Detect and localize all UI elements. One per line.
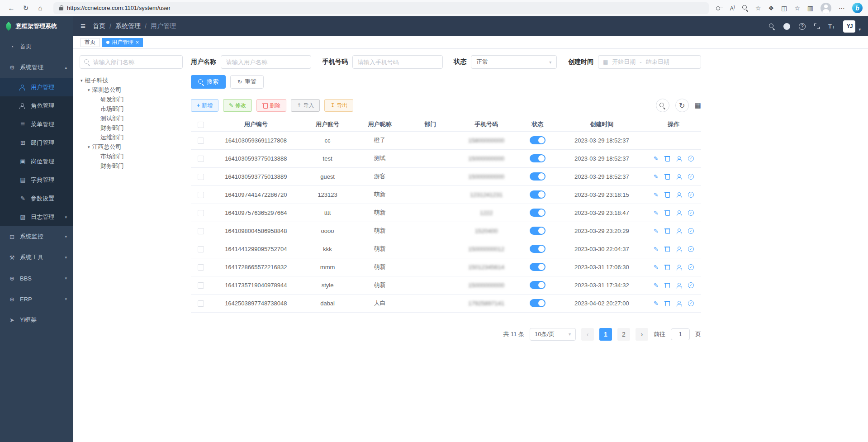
status-toggle[interactable] bbox=[530, 245, 545, 253]
assign-role-icon[interactable] bbox=[688, 264, 694, 270]
breadcrumb-item[interactable]: 系统管理 bbox=[115, 22, 141, 30]
edit-icon[interactable] bbox=[654, 246, 659, 252]
tree-node[interactable]: 橙子科技 bbox=[80, 76, 183, 85]
sidebar-item-system-management[interactable]: 系统管理 bbox=[0, 57, 73, 78]
browser-back-icon[interactable] bbox=[5, 2, 17, 14]
reset-password-icon[interactable] bbox=[676, 228, 682, 234]
password-key-icon[interactable] bbox=[716, 6, 723, 10]
import-button[interactable]: 导入 bbox=[291, 99, 320, 112]
sidebar-item-dictionary-management[interactable]: 字典管理 bbox=[0, 171, 73, 189]
address-bar[interactable]: https://ccnetcore.com:1101/system/user bbox=[53, 2, 709, 14]
caret-down-icon[interactable] bbox=[81, 78, 83, 83]
row-checkbox[interactable] bbox=[198, 210, 204, 216]
prev-page-button[interactable] bbox=[581, 328, 594, 341]
user-avatar[interactable]: YJ bbox=[843, 20, 855, 33]
row-checkbox[interactable] bbox=[198, 246, 204, 252]
refresh-table-button[interactable] bbox=[675, 99, 689, 112]
favorites-bar-icon[interactable] bbox=[794, 5, 800, 12]
status-toggle[interactable] bbox=[530, 136, 545, 144]
browser-refresh-icon[interactable] bbox=[20, 2, 32, 14]
reset-password-icon[interactable] bbox=[676, 301, 682, 306]
sidebar-item-yi-framework[interactable]: Yi框架 bbox=[0, 309, 73, 330]
toggle-search-button[interactable] bbox=[656, 99, 669, 112]
sidebar-item-log-management[interactable]: 日志管理 bbox=[0, 208, 73, 226]
delete-icon[interactable] bbox=[664, 228, 670, 234]
assign-role-icon[interactable] bbox=[688, 282, 694, 288]
date-range-picker[interactable]: 开始日期 - 结束日期 bbox=[598, 55, 701, 69]
assign-role-icon[interactable] bbox=[688, 156, 694, 162]
tag-home[interactable]: 首页 bbox=[81, 38, 100, 47]
status-toggle[interactable] bbox=[530, 172, 545, 181]
sidebar-item-system-tools[interactable]: 系统工具 bbox=[0, 247, 73, 268]
tag-user-management[interactable]: 用户管理 bbox=[102, 38, 143, 47]
read-aloud-icon[interactable] bbox=[730, 5, 735, 12]
status-toggle[interactable] bbox=[530, 299, 545, 307]
status-toggle[interactable] bbox=[530, 263, 545, 271]
sidebar-item-parameter-settings[interactable]: 参数设置 bbox=[0, 189, 73, 208]
close-icon[interactable] bbox=[136, 40, 139, 45]
status-toggle[interactable] bbox=[530, 190, 545, 199]
edit-icon[interactable] bbox=[654, 191, 659, 198]
fullscreen-icon[interactable] bbox=[814, 24, 820, 29]
edit-icon[interactable] bbox=[654, 209, 659, 216]
tree-node[interactable]: 运维部门 bbox=[80, 133, 183, 142]
delete-icon[interactable] bbox=[664, 210, 670, 216]
github-icon[interactable] bbox=[783, 23, 790, 30]
delete-icon[interactable] bbox=[664, 192, 670, 198]
sidebar-item-system-monitor[interactable]: 系统监控 bbox=[0, 226, 73, 247]
row-checkbox[interactable] bbox=[198, 264, 204, 271]
delete-icon[interactable] bbox=[664, 246, 670, 252]
edit-icon[interactable] bbox=[654, 282, 659, 289]
row-checkbox[interactable] bbox=[198, 192, 204, 198]
hamburger-icon[interactable] bbox=[81, 21, 85, 31]
tree-node[interactable]: 市场部门 bbox=[80, 104, 183, 114]
reset-password-icon[interactable] bbox=[676, 265, 682, 270]
collections-icon[interactable] bbox=[807, 5, 813, 12]
favorite-add-icon[interactable] bbox=[755, 5, 761, 12]
status-toggle[interactable] bbox=[530, 154, 545, 162]
delete-icon[interactable] bbox=[664, 156, 670, 162]
assign-role-icon[interactable] bbox=[688, 300, 694, 306]
edit-icon[interactable] bbox=[654, 155, 659, 162]
status-toggle[interactable] bbox=[530, 281, 545, 289]
department-search-input[interactable] bbox=[93, 59, 178, 66]
delete-icon[interactable] bbox=[664, 174, 670, 180]
sidebar-item-home[interactable]: 首页 bbox=[0, 36, 73, 57]
tree-node[interactable]: 测试部门 bbox=[80, 114, 183, 123]
status-select[interactable]: 正常 bbox=[471, 55, 557, 69]
page-number-button[interactable]: 2 bbox=[617, 328, 630, 341]
delete-button[interactable]: 删除 bbox=[256, 99, 286, 112]
phone-input[interactable] bbox=[352, 55, 443, 69]
tree-node[interactable]: 江西总公司 bbox=[80, 142, 183, 152]
reset-password-icon[interactable] bbox=[676, 247, 682, 252]
reset-password-icon[interactable] bbox=[676, 210, 682, 216]
edit-button[interactable]: 修改 bbox=[223, 99, 252, 112]
page-size-select[interactable]: 10条/页 bbox=[530, 328, 576, 341]
bing-icon[interactable] bbox=[852, 3, 863, 13]
sidebar-item-role-management[interactable]: 角色管理 bbox=[0, 96, 73, 115]
row-checkbox[interactable] bbox=[198, 174, 204, 180]
next-page-button[interactable] bbox=[636, 328, 648, 341]
breadcrumb-item[interactable]: 首页 bbox=[93, 22, 105, 30]
sidebar-item-bbs[interactable]: BBS bbox=[0, 268, 73, 289]
status-toggle[interactable] bbox=[530, 209, 545, 217]
assign-role-icon[interactable] bbox=[688, 228, 694, 234]
delete-icon[interactable] bbox=[664, 282, 670, 288]
zoom-icon[interactable] bbox=[742, 5, 748, 11]
tree-node[interactable]: 市场部门 bbox=[80, 152, 183, 161]
assign-role-icon[interactable] bbox=[688, 246, 694, 252]
reset-password-icon[interactable] bbox=[676, 192, 682, 198]
split-screen-icon[interactable] bbox=[781, 5, 787, 12]
column-settings-icon[interactable] bbox=[695, 101, 701, 109]
reset-password-icon[interactable] bbox=[676, 174, 682, 180]
tree-node[interactable]: 深圳总公司 bbox=[80, 85, 183, 95]
edit-icon[interactable] bbox=[654, 173, 659, 180]
add-button[interactable]: 新增 bbox=[191, 99, 218, 112]
extensions-icon[interactable] bbox=[768, 5, 774, 12]
delete-icon[interactable] bbox=[664, 300, 670, 306]
sidebar-item-erp[interactable]: ERP bbox=[0, 289, 73, 309]
font-size-icon[interactable] bbox=[828, 22, 835, 30]
browser-more-icon[interactable] bbox=[839, 5, 845, 12]
row-checkbox[interactable] bbox=[198, 138, 204, 144]
select-all-checkbox[interactable] bbox=[198, 122, 204, 128]
